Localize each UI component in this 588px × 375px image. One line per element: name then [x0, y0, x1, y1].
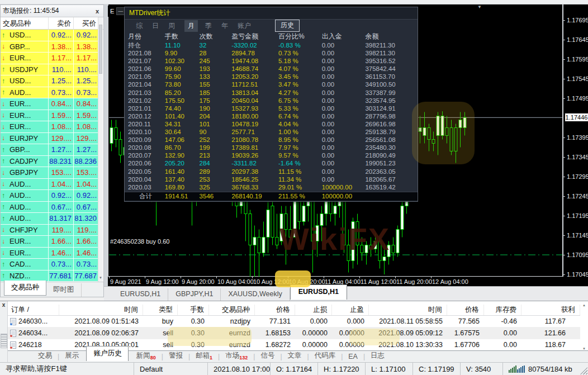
- history-button[interactable]: 历史: [275, 20, 300, 32]
- terminal-tab-信号[interactable]: 信号: [255, 350, 280, 362]
- terminal-tab-邮箱[interactable]: 邮箱1: [190, 350, 218, 362]
- orders-column-header[interactable]: 时间: [369, 305, 447, 315]
- arrow-down-icon: ↓: [2, 180, 10, 188]
- ask-value: 88.236: [74, 156, 99, 167]
- column-bid: 卖价: [49, 17, 74, 29]
- orders-column-header[interactable]: 价格: [255, 305, 295, 315]
- scroll-up-icon[interactable]: ▲: [581, 303, 587, 307]
- chart-tab-xauusd-weekly[interactable]: XAUUSD,Weekly: [221, 288, 290, 301]
- terminal-tab-市场[interactable]: 市场132: [220, 350, 253, 362]
- pl-cell: 12053.20: [228, 73, 275, 80]
- time-tick: [145, 277, 145, 278]
- ask-value: 1.04...: [74, 179, 99, 190]
- scroll-down-icon[interactable]: ▼: [98, 274, 103, 282]
- market-row[interactable]: ↓AUD...1.04...1.04...: [1, 179, 99, 191]
- time-tick-label: 11 Aug 12:00: [361, 278, 396, 285]
- scroll-up-icon[interactable]: [98, 17, 103, 25]
- inout-cell: 0.00: [319, 120, 362, 128]
- close-icon[interactable]: x: [93, 8, 101, 15]
- terminal-tab-交易[interactable]: 交易: [32, 350, 58, 362]
- orders-column-header[interactable]: 交易品种: [209, 305, 255, 315]
- price-tick-label: 1.17695: [567, 17, 588, 23]
- terminal-tab-文章[interactable]: 文章: [282, 350, 307, 362]
- market-row[interactable]: ↑USD...0.92...0.92...: [1, 30, 99, 41]
- order-doc-icon: [10, 330, 16, 337]
- net-bar: [519, 368, 520, 373]
- market-row[interactable]: ↑USDJPY110....110....: [1, 64, 99, 76]
- order-id: 246218: [18, 341, 42, 349]
- market-row[interactable]: ↑AUD...0.73...0.73...: [1, 87, 99, 99]
- market-watch-scrollbar[interactable]: ▼: [98, 17, 103, 282]
- market-row[interactable]: ↓GBP...1.38...1.38...: [1, 41, 99, 53]
- stats-tab-日[interactable]: 日: [152, 21, 159, 31]
- market-row[interactable]: ↑AUD...0.67...0.67...: [1, 202, 99, 213]
- pl-cell: 18180.00: [228, 112, 275, 120]
- market-row[interactable]: ↓EUR...0.84...0.84...: [1, 98, 99, 110]
- stats-tab-周[interactable]: 周: [168, 21, 175, 31]
- order-row[interactable]: 246030...2021.08.09 01:51:43buy0.30nzdjp…: [8, 316, 580, 327]
- stats-tab-账户[interactable]: 账户: [238, 21, 251, 31]
- status-profile[interactable]: Default: [134, 363, 208, 375]
- stats-tab-综[interactable]: 综: [136, 21, 143, 31]
- market-watch-tab-即时图[interactable]: 即时图: [46, 283, 82, 297]
- pct-cell: 5.33 %: [275, 105, 319, 112]
- pl-cell: 13813.04: [228, 89, 275, 97]
- market-row[interactable]: ↑USD...1.25...1.25...: [1, 75, 99, 87]
- orders-column-header[interactable]: 订单 /: [8, 305, 59, 315]
- orders-column-header[interactable]: 获利: [521, 305, 580, 315]
- market-row[interactable]: ↓EUR...1.59...1.59...: [1, 110, 99, 122]
- terminal-tab-日志[interactable]: 日志: [365, 350, 390, 362]
- orders-column-header[interactable]: 时间: [59, 305, 143, 315]
- terminal-tab-警报[interactable]: 警报: [163, 350, 188, 362]
- orders-column-header[interactable]: 止损: [295, 305, 332, 315]
- market-row[interactable]: ↓EUR...1.66...1.66...: [1, 236, 99, 248]
- ask-value: 1.08...: [74, 121, 99, 132]
- status-close: C: 1.17199: [413, 363, 461, 375]
- orders-column-header[interactable]: 止盈: [332, 305, 369, 315]
- market-row[interactable]: ↓EURJPY129....129....: [1, 133, 99, 145]
- period-cell: 2020.06: [125, 159, 162, 167]
- stats-tab-月[interactable]: 月: [184, 20, 198, 32]
- market-row[interactable]: ↓EUR...1.46...1.46...: [1, 248, 99, 259]
- stats-tab-年[interactable]: 年: [221, 21, 228, 31]
- market-row[interactable]: ↑CAD...0.73...0.73...: [1, 259, 99, 270]
- market-row[interactable]: ↑NZD...77.68177.687: [1, 270, 99, 282]
- orders-column-header[interactable]: 手数: [178, 305, 209, 315]
- close-icon[interactable]: x: [0, 301, 7, 308]
- market-row[interactable]: ↑AUD...0.92...0.92...: [1, 190, 99, 202]
- scrollbar-thumb[interactable]: [99, 25, 102, 74]
- terminal-tab-展示[interactable]: 展示: [59, 350, 84, 362]
- chart-tab-gbpjpy-h1[interactable]: GBPJPY,H1: [168, 288, 221, 301]
- market-row[interactable]: ↑AUD...81.31781.320: [1, 213, 99, 225]
- arrow-up-icon: ↑: [2, 192, 10, 200]
- period-cell: 2020.10: [125, 128, 162, 136]
- terminal-tab-代码库[interactable]: 代码库: [309, 350, 342, 362]
- orders-column-header[interactable]: 库存费: [484, 305, 521, 315]
- balance-cell: 163519.42: [362, 183, 418, 191]
- terminal-tab-新闻[interactable]: 新闻80: [131, 350, 162, 362]
- order-row[interactable]: 246034...2021.08.09 02:06:37sell0.30eurn…: [8, 327, 580, 339]
- stats-tab-季[interactable]: 季: [205, 21, 212, 31]
- market-row[interactable]: ↓GBPJPY153....153....: [1, 167, 99, 179]
- terminal-scrollbar[interactable]: ▲ ▼: [581, 303, 587, 350]
- stats-row: 2020.12101.4020418180.006.74 %0.00287796…: [125, 112, 418, 120]
- chart-tab-eurusd-h1[interactable]: EURUSD,H1: [290, 284, 347, 300]
- dock-handle-icon[interactable]: [1, 334, 7, 348]
- market-row[interactable]: ↓EUR...1.17...1.17...: [1, 53, 99, 64]
- market-row[interactable]: ↑CADJPY88.23188.236: [1, 156, 99, 168]
- inout-cell: 0.00: [319, 136, 362, 144]
- market-row[interactable]: ↓EUR...1.08...1.08...: [1, 121, 99, 133]
- terminal-tab-账户历史[interactable]: 账户历史: [86, 346, 129, 361]
- pct-cell: 4.27 %: [275, 89, 319, 97]
- market-row[interactable]: ↑GBP...1.27...1.27...: [1, 144, 99, 156]
- orders-column-header[interactable]: 价格: [447, 305, 484, 315]
- chart-tab-eurusd-h1[interactable]: EURUSD,H1: [113, 288, 168, 301]
- market-row[interactable]: ↓CHFJPY119....119....: [1, 225, 99, 236]
- terminal-tab-EA[interactable]: EA: [343, 352, 363, 362]
- orders-column-header[interactable]: 类型: [143, 305, 178, 315]
- market-watch-tab-交易品种[interactable]: 交易品种: [4, 281, 46, 296]
- count-cell: 185: [196, 89, 229, 97]
- close-time-cell: 2021.08.10 13:30:33: [369, 341, 447, 349]
- count-cell: 28: [196, 49, 229, 57]
- inout-cell: 0.00: [319, 89, 362, 97]
